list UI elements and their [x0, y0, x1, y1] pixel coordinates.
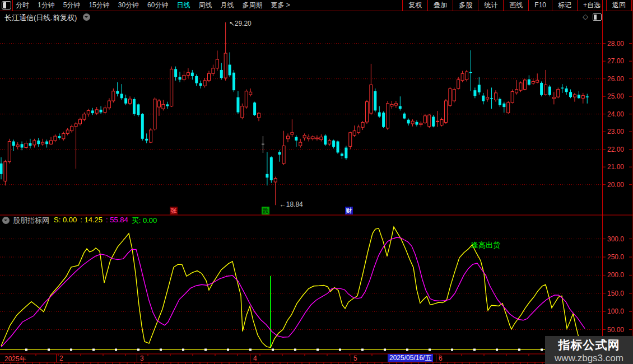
indicator-value-3: : 55.84: [106, 216, 128, 226]
indicator-values: S: 0.00: 14.25: 55.84买: 0.00: [54, 216, 160, 226]
indicator-header: 股朋指标网 S: 0.00: 14.25: 55.84买: 0.00: [0, 216, 160, 225]
watermark-title: 指标公式网: [545, 337, 633, 353]
indicator-value-4: 买: 0.00: [132, 216, 157, 226]
indicator-line-M: [1, 237, 585, 347]
candlestick-series: [0, 22, 589, 205]
indicator-name: 股朋指标网: [13, 216, 49, 226]
watermark: 指标公式网 www.zbgs3.com: [545, 336, 633, 364]
indicator-value-1: S: 0.00: [54, 216, 77, 226]
tdx-app: 分时1分钟5分钟15分钟30分钟60分钟日线周线月线多周期更多 > 复权叠加多股…: [0, 0, 633, 364]
indicator-value-2: : 14.25: [80, 216, 103, 226]
candlestick-and-indicator-chart[interactable]: [0, 0, 633, 364]
watermark-url: www.zbgs3.com: [545, 353, 633, 364]
indicator-chevron-down-icon[interactable]: [2, 217, 10, 224]
